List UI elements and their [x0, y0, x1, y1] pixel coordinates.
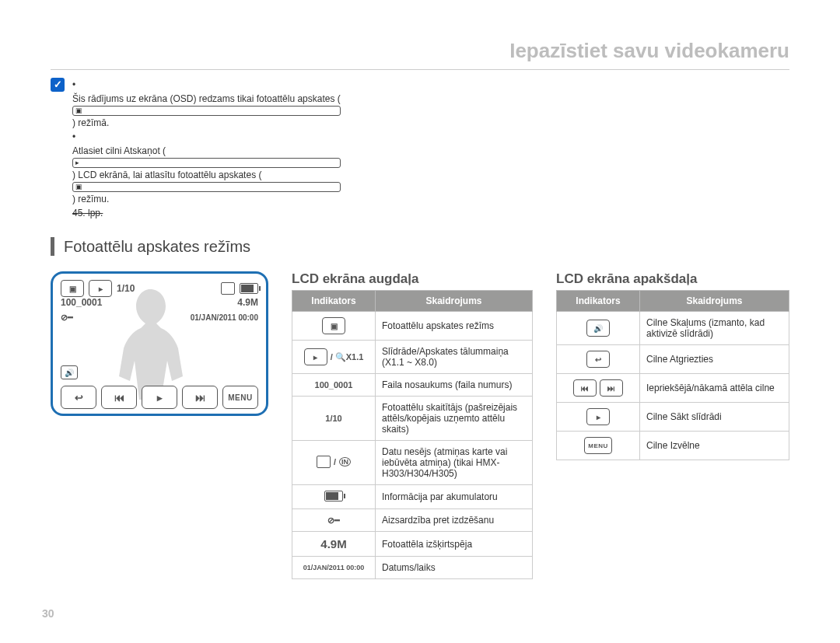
card-icon — [317, 456, 331, 468]
datetime: 01/JAN/2011 00:00 — [191, 313, 258, 322]
photo-mode-icon-2: ▣ — [72, 182, 341, 192]
lock-icon: ⊘━ — [327, 515, 340, 525]
note-block: ✓ • Šis rādījums uz ekrāna (OSD) redzams… — [51, 78, 789, 220]
next-button[interactable]: ⏭ — [182, 386, 218, 409]
table-row: ↩ Cilne Atgriezties — [557, 345, 789, 374]
storage-icon — [221, 282, 235, 295]
col-explain: Skaidrojums — [376, 291, 533, 312]
section-title: Fotoattēlu apskates režīms — [51, 237, 789, 256]
check-icon: ✓ — [51, 78, 65, 92]
play-tab-icon: ▸ — [72, 158, 341, 168]
table-row: ▸ / 🔍X1.1 Slīdrāde/Apskates tālummaiņa (… — [292, 341, 533, 374]
lock-icon: ⊘━ — [61, 313, 73, 323]
slideshow-icon: ▸ — [304, 348, 327, 365]
table-row: 4.9M Fotoattēla izšķirtspēja — [292, 532, 533, 557]
battery-icon — [240, 283, 258, 294]
volume-icon: 🔊 — [61, 365, 78, 380]
volume-icon: 🔊 — [586, 320, 610, 337]
bottom-table-title: LCD ekrāna apakšdaļa — [556, 271, 789, 287]
slideshow-icon: ▸ — [89, 280, 112, 297]
bottom-indicator-table: Indikators Skaidrojums 🔊 Cilne Skaļums (… — [556, 290, 789, 460]
in-icon: IN — [339, 457, 351, 467]
table-row: MENU Cilne Izvēlne — [557, 432, 789, 460]
page-header-title: Iepazīstiet savu videokameru — [51, 39, 789, 70]
photo-mode-icon: ▣ — [61, 280, 84, 297]
slide-button[interactable]: ▸ — [142, 386, 177, 409]
table-row: 01/JAN/2011 00:00 Datums/laiks — [292, 557, 533, 579]
zoom-text: / 🔍X1.1 — [331, 352, 364, 362]
battery-icon — [324, 491, 343, 501]
table-row: ▣ Fotoattēlu apskates režīms — [292, 312, 533, 341]
top-indicator-table: Indikators Skaidrojums ▣ Fotoattēlu apsk… — [292, 290, 533, 579]
col-explain: Skaidrojums — [640, 291, 789, 312]
return-icon: ↩ — [586, 351, 610, 368]
menu-icon: MENU — [584, 437, 612, 454]
prev-icon: ⏮ — [573, 379, 597, 397]
table-row: ▸ Cilne Sākt slīdrādi — [557, 403, 789, 432]
note2-b: ) LCD ekrānā, lai atlasītu fotoattēlu ap… — [72, 168, 341, 182]
table-row: Informācija par akumulatoru — [292, 485, 533, 509]
lcd-preview: ▣ ▸ 1/10 100_0001 4.9M — [51, 271, 268, 416]
note2-a: Atlasiet cilni Atskaņot ( — [72, 144, 341, 158]
table-row: / IN Datu nesējs (atmiņas karte vai iebū… — [292, 441, 533, 485]
table-row: ⏮⏭ Iepriekšējā/nākamā attēla cilne — [557, 374, 789, 403]
col-indicator: Indikators — [292, 291, 376, 312]
menu-button[interactable]: MENU — [222, 386, 258, 409]
resolution: 4.9M — [237, 297, 258, 308]
section-title-text: Fotoattēlu apskates režīms — [64, 238, 250, 256]
table-row: 100_0001 Faila nosaukums (faila numurs) — [292, 374, 533, 397]
table-row: 1/10 Fotoattēlu skaitītājs (pašreizējais… — [292, 397, 533, 441]
note-text: • Šis rādījums uz ekrāna (OSD) redzams t… — [72, 78, 341, 220]
prev-button[interactable]: ⏮ — [101, 386, 137, 409]
note2-pageref: 45. lpp. — [72, 206, 341, 220]
photo-mode-icon: ▣ — [72, 106, 341, 116]
page-number: 30 — [42, 607, 54, 620]
file-name: 100_0001 — [61, 297, 102, 308]
table-row: 🔊 Cilne Skaļums (izmanto, kad aktivizē s… — [557, 312, 789, 345]
note1-suffix: ) režīmā. — [72, 116, 341, 130]
note1-prefix: Šis rādījums uz ekrāna (OSD) redzams tik… — [72, 92, 341, 106]
photo-mode-icon: ▣ — [322, 317, 345, 334]
top-table-title: LCD ekrāna augdaļa — [292, 271, 533, 287]
table-row: ⊘━ Aizsardzība pret izdzēšanu — [292, 509, 533, 532]
col-indicator: Indikators — [557, 291, 640, 312]
counter-value: 1/10 — [117, 283, 135, 294]
next-icon: ⏭ — [600, 379, 623, 397]
slideshow-icon: ▸ — [586, 408, 610, 425]
note2-c: ) režīmu. — [72, 192, 341, 206]
return-button[interactable]: ↩ — [61, 386, 96, 409]
